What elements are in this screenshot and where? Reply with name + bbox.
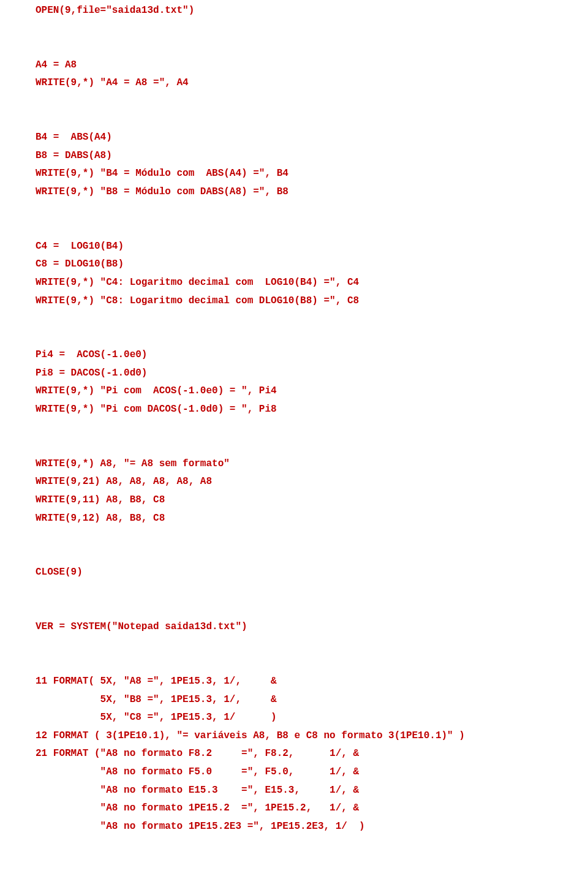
code-line: 5X, "C8 =", 1PE15.3, 1/ ) — [36, 712, 277, 723]
code-line: B4 = ABS(A4) — [36, 132, 112, 143]
code-line: WRITE(9,*) "Pi com ACOS(-1.0e0) = ", Pi4 — [36, 385, 277, 396]
code-line: Pi8 = DACOS(-1.0d0) — [36, 368, 147, 379]
fortran-code-block: OPEN(9,file="saida13d.txt") A4 = A8 WRIT… — [36, 0, 554, 876]
code-line: "A8 no formato E15.3 =", E15.3, 1/, & — [36, 785, 359, 796]
code-line: WRITE(9,*) "Pi com DACOS(-1.0d0) = ", Pi… — [36, 404, 277, 415]
code-line: B8 = DABS(A8) — [36, 150, 112, 161]
code-line: CLOSE(9) — [36, 567, 83, 578]
code-line: A4 = A8 — [36, 59, 77, 70]
code-line: WRITE(9,11) A8, B8, C8 — [36, 494, 165, 505]
code-line: WRITE(9,*) "C8: Logaritmo decimal com DL… — [36, 295, 359, 306]
code-line: WRITE(9,*) "B8 = Módulo com DABS(A8) =",… — [36, 186, 288, 197]
code-line: WRITE(9,21) A8, A8, A8, A8, A8 — [36, 476, 212, 487]
code-line: WRITE(9,*) "C4: Logaritmo decimal com LO… — [36, 277, 359, 288]
code-line: "A8 no formato 1PE15.2 =", 1PE15.2, 1/, … — [36, 802, 359, 814]
code-line: VER = SYSTEM("Notepad saida13d.txt") — [36, 621, 247, 632]
code-line: 21 FORMAT ("A8 no formato F8.2 =", F8.2,… — [36, 748, 359, 759]
code-line: WRITE(9,12) A8, B8, C8 — [36, 513, 165, 524]
code-line: WRITE(9,*) "B4 = Módulo com ABS(A4) =", … — [36, 168, 288, 179]
code-line: "A8 no formato 1PE15.2E3 =", 1PE15.2E3, … — [36, 821, 365, 832]
code-line: 5X, "B8 =", 1PE15.3, 1/, & — [36, 694, 277, 705]
code-line: 11 FORMAT( 5X, "A8 =", 1PE15.3, 1/, & — [36, 676, 277, 687]
code-line: OPEN(9,file="saida13d.txt") — [36, 5, 194, 16]
code-line: 12 FORMAT ( 3(1PE10.1), "= variáveis A8,… — [36, 730, 465, 741]
code-line: C4 = LOG10(B4) — [36, 241, 124, 252]
code-line: WRITE(9,*) A8, "= A8 sem formato" — [36, 458, 230, 469]
code-line: WRITE(9,*) "A4 = A8 =", A4 — [36, 77, 189, 88]
code-line: "A8 no formato F5.0 =", F5.0, 1/, & — [36, 766, 359, 777]
code-line: Pi4 = ACOS(-1.0e0) — [36, 349, 147, 360]
code-line: C8 = DLOG10(B8) — [36, 259, 124, 270]
